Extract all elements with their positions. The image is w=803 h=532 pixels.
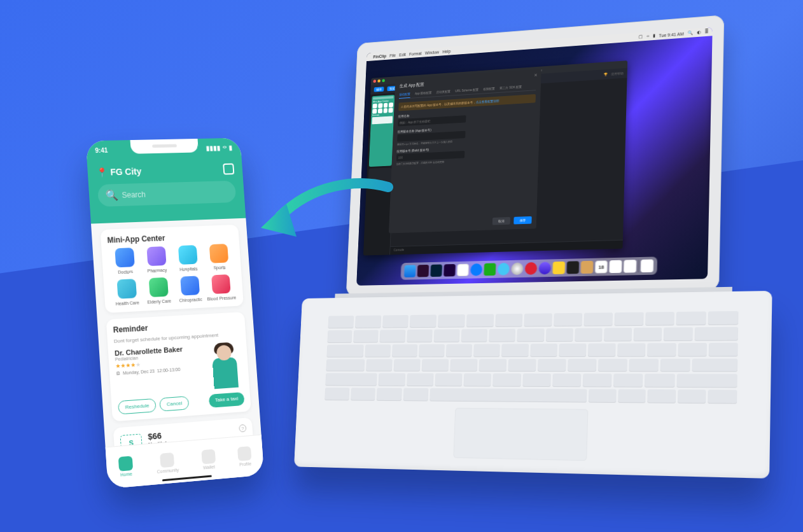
dock-sketch-icon[interactable] xyxy=(552,262,565,274)
dlg-tab-icon[interactable]: App 图标配置 xyxy=(415,90,432,95)
miniapp-hospitals[interactable]: Hospitals xyxy=(171,245,204,272)
search-bar[interactable]: 🔍 xyxy=(97,181,236,207)
help-icon[interactable]: ? xyxy=(239,424,246,433)
dock-app-icon[interactable] xyxy=(538,262,551,274)
miniapp-pharmacy[interactable]: Pharmacy xyxy=(140,246,173,274)
mac-menubar: FinClip File Edit Format Window Help ▢ ⌔… xyxy=(367,27,713,61)
calendar-icon: 🗓 xyxy=(116,371,120,376)
dock-figma-icon[interactable] xyxy=(566,261,579,274)
elderly-icon xyxy=(148,277,168,297)
menubar-clock[interactable]: Tue 9:41 AM xyxy=(659,31,683,38)
dlg-input-appname[interactable] xyxy=(398,115,466,126)
maximize-icon[interactable] xyxy=(382,79,385,82)
miniapp-sports[interactable]: Sports xyxy=(202,244,235,270)
ide-main-area: ✕ 生成 App 配置 基础配置 App 图标配置 启动页配置 URL Sche… xyxy=(390,78,627,255)
phone-mock: 9:41 ▮▮▮▮ ⌔ ▮ 📍 FG City 🔍 Mini-App Cente… xyxy=(86,138,264,489)
dock-app-icon[interactable] xyxy=(609,260,622,273)
wifi-icon: ⌔ xyxy=(223,144,227,151)
dock-music-icon[interactable] xyxy=(525,262,538,275)
signal-icon: ▮▮▮▮ xyxy=(206,144,221,151)
menubar-help[interactable]: Help xyxy=(442,49,450,53)
chiro-icon xyxy=(180,276,200,295)
battery-icon[interactable]: ▮ xyxy=(653,33,655,38)
spotlight-icon[interactable]: 🔍 xyxy=(687,31,693,36)
dlg-tab-urlscheme[interactable]: URL Scheme 配置 xyxy=(455,88,478,93)
dialog-close-icon[interactable]: ✕ xyxy=(534,73,538,78)
menubar-app-name[interactable]: FinClip xyxy=(373,53,386,59)
dlg-tab-launch[interactable]: 启动页配置 xyxy=(436,89,451,94)
dialog-cancel-button[interactable]: 取消 xyxy=(492,217,510,225)
tab-profile[interactable]: Profile xyxy=(237,446,252,467)
hospitals-icon xyxy=(178,245,197,265)
phone-body: Mini-App Center Doctors Pharmacy Hospita… xyxy=(91,218,262,447)
miniapp-chiro[interactable]: Chiropractic xyxy=(174,276,207,303)
location-text: FG City xyxy=(110,166,142,177)
bloodpressure-icon xyxy=(211,274,231,294)
dock-app-icon[interactable] xyxy=(624,260,636,273)
dock-aftereffects-icon[interactable] xyxy=(443,264,456,277)
dock-separator xyxy=(638,260,639,272)
dock-app-icon[interactable] xyxy=(457,263,469,276)
search-input[interactable] xyxy=(122,187,228,199)
dlg-tab-perm[interactable]: 权限配置 xyxy=(484,87,495,91)
pharmacy-icon xyxy=(146,246,166,266)
dlg-tab-sdk[interactable]: 第三方 SDK 配置 xyxy=(499,85,522,90)
siri-icon[interactable]: ◐ xyxy=(697,30,701,35)
tb-compile-button[interactable]: 编译 xyxy=(374,87,384,92)
miniapp-doctors[interactable]: Doctors xyxy=(108,248,141,275)
miniapp-elderly[interactable]: Elderly Care xyxy=(142,277,175,304)
minimize-icon[interactable] xyxy=(377,80,381,83)
laptop-trackpad xyxy=(453,408,588,461)
dock-wechat-icon[interactable] xyxy=(484,263,496,276)
dock-photoshop-icon[interactable] xyxy=(430,264,442,277)
tb-help[interactable]: 使用帮助 xyxy=(611,71,624,76)
dialog-save-button[interactable]: 保存 xyxy=(513,216,532,225)
dock-flutter-icon[interactable] xyxy=(498,263,510,276)
dlg-warn-link[interactable]: 点击查看配置说明 xyxy=(476,99,499,104)
menubar-edit[interactable]: Edit xyxy=(399,52,406,57)
dock-app-icon[interactable] xyxy=(581,261,594,274)
miniapp-bp[interactable]: Blood Pressure xyxy=(205,274,237,302)
trophy-icon[interactable]: 🏆 xyxy=(604,73,608,76)
tab-community[interactable]: Community xyxy=(156,452,179,473)
location-pin-icon: 📍 xyxy=(96,167,108,178)
wallet-icon xyxy=(201,449,216,465)
dock-trash-icon[interactable] xyxy=(641,260,653,273)
tab-home[interactable]: Home xyxy=(118,456,134,477)
dock-app-icon[interactable] xyxy=(511,262,523,275)
doctors-icon xyxy=(115,248,135,267)
cancel-appt-button[interactable]: Cancel xyxy=(159,396,189,411)
dlg-warn-text: 您尚未填写配置的 App 版本号，以及编译后的新版本号， xyxy=(404,101,476,109)
menubar-file[interactable]: File xyxy=(389,53,396,57)
dlg-label-appname: 应用名称 xyxy=(398,114,410,118)
laptop-keyboard xyxy=(325,311,738,404)
transfer-arrow-icon xyxy=(242,178,395,267)
devtools-styles-panel: Styles Layout Event Listeners Filter :ho… xyxy=(711,50,713,207)
close-icon[interactable] xyxy=(373,80,376,83)
airplay-icon[interactable]: ▢ xyxy=(638,34,643,39)
profile-icon xyxy=(237,446,251,461)
laptop-screen-bezel: FinClip File Edit Format Window Help ▢ ⌔… xyxy=(346,15,725,297)
miniapp-card: Mini-App Center Doctors Pharmacy Hospita… xyxy=(101,225,244,313)
dock-calendar-icon[interactable]: 18 xyxy=(595,260,608,273)
dock-finder-icon[interactable] xyxy=(404,265,416,277)
dlg-tab-basic[interactable]: 基础配置 xyxy=(399,92,410,99)
sim-phone-preview[interactable]: Mini-App Center Reminder xyxy=(369,95,395,167)
dock-app-icon[interactable] xyxy=(470,263,482,276)
take-taxi-button[interactable]: Take a taxi xyxy=(209,392,245,408)
scan-icon[interactable] xyxy=(223,164,234,175)
menubar-format[interactable]: Format xyxy=(409,51,422,56)
wifi-icon[interactable]: ⌔ xyxy=(646,34,649,38)
control-center-icon[interactable]: ≣ xyxy=(704,29,708,34)
community-icon xyxy=(160,452,174,468)
location-row[interactable]: 📍 FG City xyxy=(96,164,234,178)
menubar-window[interactable]: Window xyxy=(425,50,439,55)
dock-illustrator-icon[interactable] xyxy=(417,265,429,277)
miniapp-healthcare[interactable]: Health Care xyxy=(110,279,144,307)
mac-desktop: FinClip File Edit Format Window Help ▢ ⌔… xyxy=(356,27,713,285)
reschedule-button[interactable]: Reshedule xyxy=(118,398,157,415)
appt-date: Monday, Dec 23 xyxy=(123,368,155,375)
tab-wallet[interactable]: Wallet xyxy=(201,449,216,470)
status-time: 9:41 xyxy=(95,147,108,154)
battery-icon: ▮ xyxy=(228,144,232,151)
